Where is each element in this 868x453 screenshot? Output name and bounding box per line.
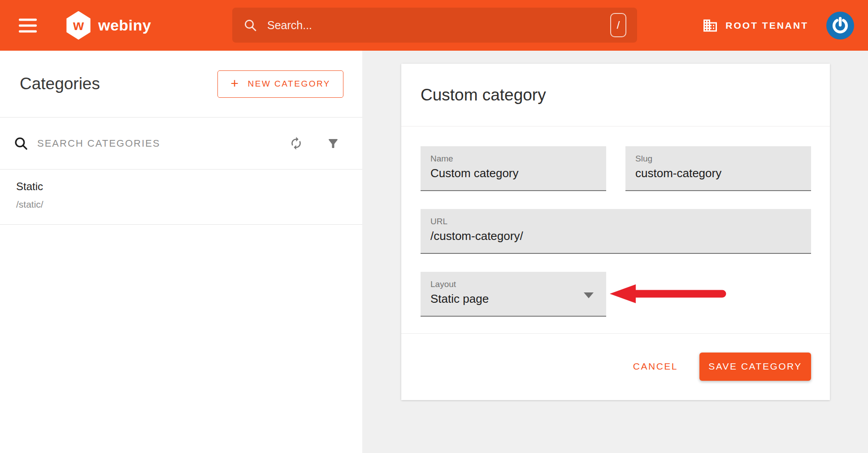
webiny-logo[interactable]: w webiny	[65, 11, 151, 40]
page-title: Categories	[20, 74, 100, 93]
categories-panel: Categories + NEW CATEGORY SEARCH CATEGOR…	[0, 51, 362, 453]
name-field-value: Custom category	[430, 166, 606, 180]
categories-search-row: SEARCH CATEGORIES	[0, 118, 362, 170]
categories-panel-header: Categories + NEW CATEGORY	[0, 51, 362, 118]
url-field-label: URL	[430, 217, 811, 226]
webiny-logo-letter: w	[73, 18, 84, 32]
category-form-card: Custom category Name Custom category Slu…	[401, 64, 830, 400]
plus-icon: +	[230, 77, 239, 90]
new-category-button[interactable]: + NEW CATEGORY	[217, 70, 343, 98]
menu-button[interactable]	[17, 17, 39, 34]
global-search-input[interactable]: Search... /	[232, 8, 637, 43]
building-icon	[702, 17, 718, 34]
refresh-button[interactable]	[289, 136, 303, 150]
tenant-label: ROOT TENANT	[725, 20, 808, 31]
new-category-button-label: NEW CATEGORY	[248, 79, 330, 89]
refresh-icon	[289, 136, 303, 150]
webiny-wordmark: webiny	[98, 17, 151, 34]
layout-select-label: Layout	[430, 279, 606, 289]
category-list-item-static[interactable]: Static /static/	[0, 170, 362, 225]
name-field-label: Name	[430, 154, 606, 164]
form-header: Custom category	[401, 64, 830, 126]
webiny-hexagon-icon: w	[65, 11, 91, 40]
top-app-bar: w webiny Search... / ROOT TENANT	[0, 0, 868, 51]
form-body: Name Custom category Slug custom-categor…	[401, 126, 830, 334]
slug-field-value: custom-category	[635, 166, 811, 180]
search-icon	[243, 18, 257, 32]
topbar-right: ROOT TENANT	[702, 0, 854, 51]
category-list: Static /static/	[0, 170, 362, 225]
filter-icon	[326, 137, 340, 150]
category-name: Static	[16, 180, 362, 193]
search-categories-input[interactable]: SEARCH CATEGORIES	[37, 138, 289, 149]
category-url: /static/	[16, 199, 362, 210]
slug-field-label: Slug	[635, 154, 811, 164]
url-field[interactable]: URL /custom-category/	[421, 209, 811, 254]
hamburger-icon	[19, 18, 37, 21]
details-panel: Custom category Name Custom category Slu…	[362, 51, 868, 453]
filter-button[interactable]	[326, 137, 340, 150]
slug-field[interactable]: Slug custom-category	[625, 146, 811, 191]
cancel-button[interactable]: CANCEL	[627, 357, 684, 376]
search-categories-icon[interactable]	[13, 136, 28, 151]
content-area: Categories + NEW CATEGORY SEARCH CATEGOR…	[0, 51, 868, 453]
slash-shortcut-key: /	[610, 13, 626, 37]
power-icon	[830, 16, 850, 35]
save-category-button[interactable]: SAVE CATEGORY	[699, 353, 811, 381]
name-field[interactable]: Name Custom category	[421, 146, 606, 191]
url-field-value: /custom-category/	[430, 229, 811, 243]
annotation-arrow-icon	[609, 283, 730, 306]
form-title: Custom category	[421, 86, 546, 105]
form-footer: CANCEL SAVE CATEGORY	[401, 334, 830, 399]
chevron-down-icon	[584, 292, 594, 298]
user-avatar[interactable]	[826, 12, 854, 39]
tenant-selector[interactable]: ROOT TENANT	[702, 17, 808, 34]
layout-select[interactable]: Layout Static page	[421, 272, 606, 317]
global-search-placeholder: Search...	[267, 19, 312, 32]
layout-select-value: Static page	[430, 292, 606, 306]
app-root: w webiny Search... / ROOT TENANT	[0, 0, 868, 453]
